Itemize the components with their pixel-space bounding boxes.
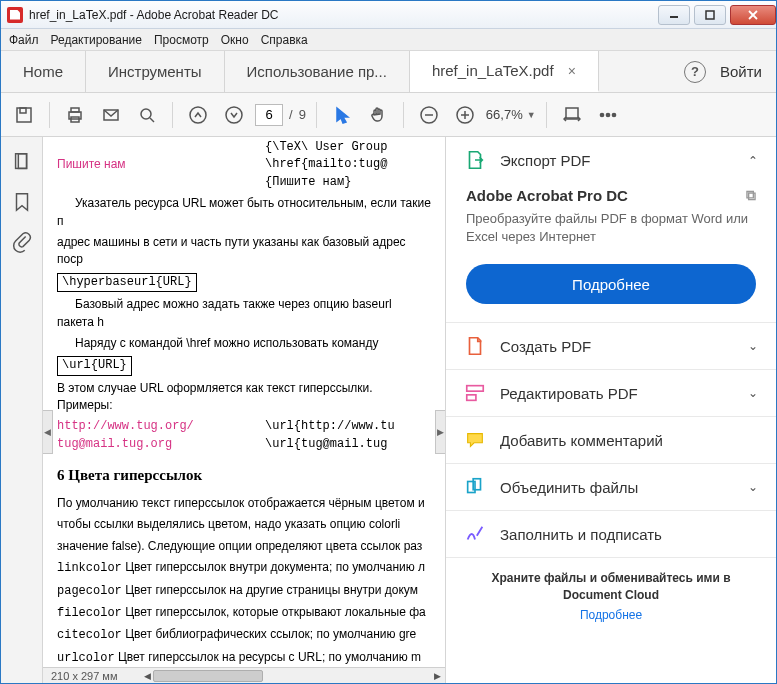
attachment-icon[interactable] [11, 231, 33, 253]
svg-line-11 [150, 118, 154, 122]
pdf-page: {\TeX\ User Group Пишите нам\href{mailto… [43, 137, 445, 667]
scroll-right-icon[interactable]: ▶ [429, 668, 445, 683]
doc-code-box: \url{URL} [57, 356, 132, 375]
close-button[interactable] [730, 5, 776, 25]
menu-window[interactable]: Окно [221, 33, 249, 47]
svg-rect-1 [706, 11, 714, 19]
doc-text: чтобы ссылки выделялись цветом, надо ука… [57, 517, 400, 531]
tool-fill-sign[interactable]: Заполнить и подписать [446, 511, 776, 557]
doc-text: Цвет гиперссылок на другие страницы внут… [125, 583, 418, 597]
tab-tools[interactable]: Инструменты [86, 51, 225, 92]
tab-doc1-label: Использование пр... [247, 63, 387, 80]
svg-point-23 [606, 113, 609, 116]
doc-url: tug@mail.tug.org [57, 436, 265, 453]
svg-rect-20 [566, 108, 578, 118]
comment-icon [464, 429, 486, 451]
tool-combine[interactable]: Объединить файлы⌄ [446, 464, 776, 510]
svg-rect-5 [20, 108, 26, 113]
zoom-out-icon[interactable] [414, 100, 444, 130]
window-titlebar: href_in_LaTeX.pdf - Adobe Acrobat Reader… [1, 1, 776, 29]
learn-more-button[interactable]: Подробнее [466, 264, 756, 304]
menu-bar: Файл Редактирование Просмотр Окно Справк… [1, 29, 776, 51]
svg-rect-4 [17, 108, 31, 122]
search-icon[interactable] [132, 100, 162, 130]
prev-page-icon[interactable] [183, 100, 213, 130]
tool-create-pdf[interactable]: Создать PDF⌄ [446, 323, 776, 369]
print-icon[interactable] [60, 100, 90, 130]
tool-edit-pdf[interactable]: Редактировать PDF⌄ [446, 370, 776, 416]
zoom-value[interactable]: 66,7%▼ [486, 107, 536, 122]
maximize-button[interactable] [694, 5, 726, 25]
thumbnails-icon[interactable] [11, 151, 33, 173]
svg-rect-26 [18, 154, 26, 169]
tool-label: Объединить файлы [500, 479, 638, 496]
page-total: 9 [299, 107, 306, 122]
tool-export-pdf[interactable]: Экспорт PDF ⌄ [446, 137, 776, 183]
pro-title: Adobe Acrobat Pro DC [466, 187, 628, 204]
mail-icon[interactable] [96, 100, 126, 130]
more-tools-icon[interactable] [593, 100, 623, 130]
menu-help[interactable]: Справка [261, 33, 308, 47]
tab-doc2-label: href_in_LaTeX.pdf [432, 62, 554, 79]
tab-home-label: Home [23, 63, 63, 80]
doc-opt: linkcolor [57, 561, 122, 575]
svg-marker-14 [337, 108, 348, 123]
fit-width-icon[interactable] [557, 100, 587, 130]
signin-button[interactable]: Войти [720, 63, 762, 80]
left-splitter-icon[interactable]: ◀ [43, 410, 53, 454]
chevron-down-icon: ⌄ [748, 480, 758, 494]
combine-icon [464, 476, 486, 498]
page-input[interactable] [255, 104, 283, 126]
svg-rect-25 [15, 154, 26, 169]
tool-label: Заполнить и подписать [500, 526, 662, 543]
edit-pdf-icon [464, 382, 486, 404]
zoom-label: 66,7% [486, 107, 523, 122]
cloud-link-label: Подробнее [580, 608, 642, 622]
tool-label: Добавить комментарий [500, 432, 663, 449]
menu-edit[interactable]: Редактирование [51, 33, 142, 47]
export-pdf-icon [464, 149, 486, 171]
doc-text: {\TeX\ User Group [265, 139, 387, 156]
menu-file[interactable]: Файл [9, 33, 39, 47]
doc-text: Цвет гиперссылок внутри документа; по ум… [125, 560, 425, 574]
svg-point-12 [190, 107, 206, 123]
svg-rect-28 [467, 395, 476, 401]
tab-tools-label: Инструменты [108, 63, 202, 80]
left-nav-rail [1, 137, 43, 683]
chevron-down-icon: ⌄ [748, 386, 758, 400]
page-indicator: / 9 [255, 104, 306, 126]
export-body: Adobe Acrobat Pro DC⧉ Преобразуйте файлы… [446, 183, 776, 322]
window-title: href_in_LaTeX.pdf - Adobe Acrobat Reader… [29, 8, 279, 22]
doc-opt: citecolor [57, 628, 122, 642]
scroll-thumb[interactable] [153, 670, 263, 682]
right-splitter-icon[interactable]: ▶ [435, 410, 445, 454]
zoom-in-icon[interactable] [450, 100, 480, 130]
tab-strip: Home Инструменты Использование пр... hre… [1, 51, 776, 93]
menu-view[interactable]: Просмотр [154, 33, 209, 47]
cloud-link[interactable]: Подробнее [446, 608, 776, 632]
minimize-button[interactable] [658, 5, 690, 25]
select-tool-icon[interactable] [327, 100, 357, 130]
doc-text: значение false). Следующие опции определ… [57, 539, 422, 553]
tool-label: Редактировать PDF [500, 385, 638, 402]
tool-comment[interactable]: Добавить комментарий [446, 417, 776, 463]
bookmark-icon[interactable] [11, 191, 33, 213]
horizontal-scrollbar[interactable]: 210 x 297 мм ◀ ▶ [43, 667, 445, 683]
hand-tool-icon[interactable] [363, 100, 393, 130]
doc-text: Базовый адрес можно задать также через о… [57, 297, 392, 328]
next-page-icon[interactable] [219, 100, 249, 130]
doc-code-box: \hyperbaseurl{URL} [57, 273, 197, 292]
tab-close-icon[interactable]: × [568, 63, 576, 79]
tab-doc1[interactable]: Использование пр... [225, 51, 410, 92]
doc-text: Цвет библиографических ссылок; по умолча… [125, 627, 416, 641]
help-icon[interactable]: ? [684, 61, 706, 83]
pro-subtitle: Преобразуйте файлы PDF в формат Word или… [466, 210, 756, 246]
document-viewport[interactable]: ◀ {\TeX\ User Group Пишите нам\href{mail… [43, 137, 445, 683]
copy-icon[interactable]: ⧉ [746, 187, 756, 204]
tab-doc2[interactable]: href_in_LaTeX.pdf × [410, 51, 599, 92]
save-icon[interactable] [9, 100, 39, 130]
doc-text: \href{mailto:tug@ [265, 156, 387, 173]
tab-home[interactable]: Home [1, 51, 86, 92]
svg-point-10 [141, 109, 151, 119]
main-area: ◀ {\TeX\ User Group Пишите нам\href{mail… [1, 137, 776, 683]
